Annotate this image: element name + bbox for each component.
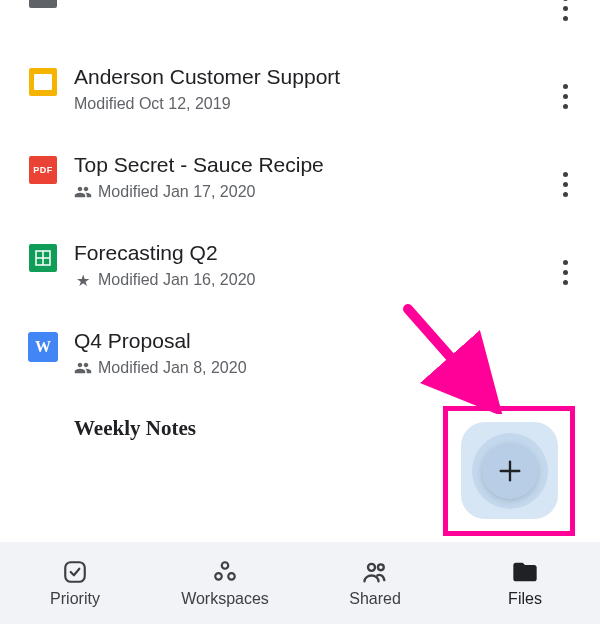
nav-label: Files — [508, 590, 542, 608]
workspaces-icon — [211, 558, 239, 586]
nav-label: Shared — [349, 590, 401, 608]
screen: ★ Modified Nov 18, 2019 Anderson Custome… — [0, 0, 600, 624]
file-row[interactable]: ★ Modified Nov 18, 2019 — [0, 0, 600, 46]
svg-point-10 — [368, 564, 375, 571]
file-title: Anderson Customer Support — [74, 64, 542, 89]
file-title: Top Secret - Sauce Recipe — [74, 152, 542, 177]
star-icon: ★ — [74, 271, 92, 289]
svg-point-11 — [378, 564, 384, 570]
file-row[interactable]: W Q4 Proposal Modified Jan 8, 2020 — [0, 310, 600, 398]
pdf-icon: PDF — [29, 156, 57, 184]
word-icon: W — [28, 332, 58, 362]
svg-point-9 — [228, 573, 235, 580]
nav-shared[interactable]: Shared — [300, 542, 450, 624]
shared-icon — [361, 558, 389, 586]
file-modified: Modified Jan 8, 2020 — [98, 359, 247, 377]
shared-icon — [74, 359, 92, 377]
bottom-nav: Priority Workspaces Shared Files — [0, 542, 600, 624]
nav-workspaces[interactable]: Workspaces — [150, 542, 300, 624]
file-modified: Modified Jan 16, 2020 — [98, 271, 255, 289]
shared-icon — [74, 183, 92, 201]
svg-point-8 — [215, 573, 222, 580]
folder-icon — [511, 558, 539, 586]
more-options-button[interactable] — [553, 78, 577, 114]
file-row[interactable]: PDF Top Secret - Sauce Recipe Modified J… — [0, 134, 600, 222]
file-title: Q4 Proposal — [74, 328, 542, 353]
file-title: Forecasting Q2 — [74, 240, 542, 265]
create-fab[interactable] — [456, 417, 563, 524]
plus-icon — [496, 457, 524, 485]
more-options-button[interactable] — [553, 166, 577, 202]
file-modified: Modified Oct 12, 2019 — [74, 95, 231, 113]
file-row[interactable]: Forecasting Q2 ★ Modified Jan 16, 2020 — [0, 222, 600, 310]
nav-priority[interactable]: Priority — [0, 542, 150, 624]
file-row[interactable]: Anderson Customer Support Modified Oct 1… — [0, 46, 600, 134]
priority-icon — [61, 558, 89, 586]
more-options-button[interactable] — [553, 0, 577, 26]
file-type-icon — [29, 0, 57, 8]
nav-label: Priority — [50, 590, 100, 608]
svg-point-7 — [222, 562, 229, 569]
file-modified: Modified Jan 17, 2020 — [98, 183, 255, 201]
slides-icon — [29, 68, 57, 96]
svg-rect-6 — [65, 562, 85, 582]
more-options-button[interactable] — [553, 254, 577, 290]
nav-files[interactable]: Files — [450, 542, 600, 624]
nav-label: Workspaces — [181, 590, 269, 608]
sheets-icon — [29, 244, 57, 272]
